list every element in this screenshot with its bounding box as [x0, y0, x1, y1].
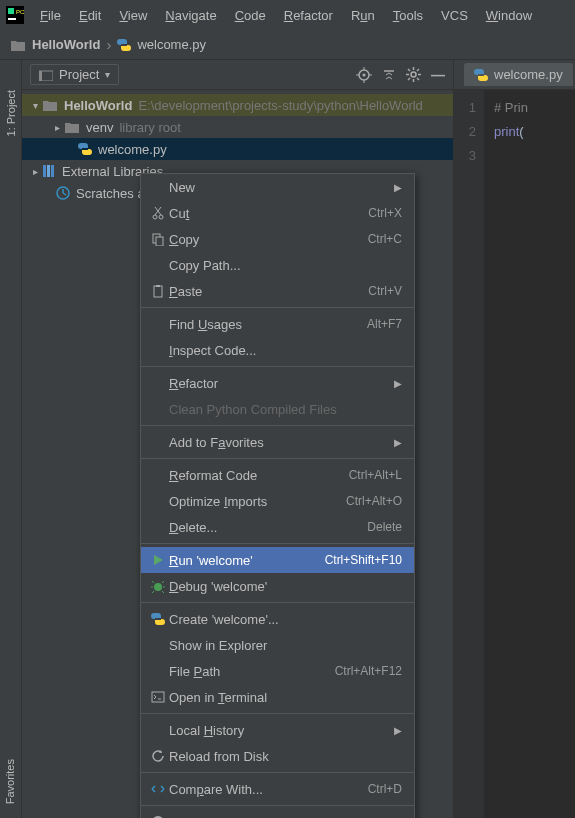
menu-vcs[interactable]: VCS: [433, 4, 476, 27]
menu-item-create-welcome[interactable]: Create 'welcome'...: [141, 606, 414, 632]
menu-code[interactable]: Code: [227, 4, 274, 27]
library-icon: [42, 164, 56, 178]
svg-line-18: [408, 69, 410, 71]
compare-icon: [147, 782, 169, 796]
svg-line-42: [162, 591, 164, 593]
menu-item-add-to-favorites[interactable]: Add to Favorites▶: [141, 429, 414, 455]
menu-item-paste[interactable]: PasteCtrl+V: [141, 278, 414, 304]
svg-point-7: [363, 73, 366, 76]
folder-icon: [64, 120, 80, 134]
menu-item-reload-from-disk[interactable]: Reload from Disk: [141, 743, 414, 769]
menu-window[interactable]: Window: [478, 4, 540, 27]
menu-item-label: Optimize Imports: [169, 494, 346, 509]
menu-item-run-welcome[interactable]: Run 'welcome'Ctrl+Shift+F10: [141, 547, 414, 573]
menu-item-label: Open in Terminal: [169, 690, 402, 705]
svg-rect-1: [8, 8, 14, 14]
menu-item-shortcut: Ctrl+V: [368, 284, 402, 298]
expand-arrow-icon[interactable]: ▾: [28, 100, 42, 111]
menu-item-compare-with[interactable]: Compare With...Ctrl+D: [141, 776, 414, 802]
tree-venv-node[interactable]: ▸ venv library root: [22, 116, 453, 138]
paste-icon: [147, 284, 169, 298]
menu-item-label: Paste: [169, 284, 368, 299]
menu-item-label: Compare With...: [169, 782, 368, 797]
svg-rect-22: [43, 165, 46, 177]
menu-tools[interactable]: Tools: [385, 4, 431, 27]
breadcrumb-file[interactable]: welcome.py: [137, 37, 206, 52]
pycharm-app-icon: PC: [6, 6, 24, 24]
menu-item-refactor[interactable]: Refactor▶: [141, 370, 414, 396]
locate-icon[interactable]: [356, 67, 372, 83]
tree-root-node[interactable]: ▾ HelloWorld E:\development\projects-stu…: [22, 94, 453, 116]
menu-separator: [141, 458, 414, 459]
menu-item-label: Copy Path...: [169, 258, 402, 273]
menu-view[interactable]: View: [111, 4, 155, 27]
chevron-right-icon: ›: [106, 36, 111, 53]
svg-line-20: [408, 78, 410, 80]
menu-file[interactable]: File: [32, 4, 69, 27]
menu-navigate[interactable]: Navigate: [157, 4, 224, 27]
menu-item-show-in-explorer[interactable]: Show in Explorer: [141, 632, 414, 658]
expand-arrow-icon[interactable]: ▸: [28, 166, 42, 177]
hide-panel-icon[interactable]: —: [431, 67, 445, 83]
menu-refactor[interactable]: Refactor: [276, 4, 341, 27]
menu-item-new[interactable]: New▶: [141, 174, 414, 200]
project-toolwindow-tab[interactable]: 1: Project: [5, 90, 17, 136]
svg-text:PC: PC: [16, 9, 24, 15]
menu-item-label: New: [169, 180, 394, 195]
python-file-icon: [117, 38, 131, 52]
menu-item-delete[interactable]: Delete...Delete: [141, 514, 414, 540]
menu-item-debug-welcome[interactable]: Debug 'welcome': [141, 573, 414, 599]
folder-icon: [10, 38, 26, 52]
folder-icon: [42, 98, 58, 112]
tree-file-node[interactable]: welcome.py: [22, 138, 453, 160]
collapse-all-icon[interactable]: [382, 68, 396, 82]
breadcrumb-folder[interactable]: HelloWorld: [32, 37, 100, 52]
menu-item-label: Create Gist...: [169, 815, 402, 819]
gear-icon[interactable]: [406, 67, 421, 82]
svg-line-19: [417, 78, 419, 80]
menu-item-create-gist[interactable]: Create Gist...: [141, 809, 414, 818]
svg-rect-35: [156, 285, 160, 287]
menu-item-cut[interactable]: CutCtrl+X: [141, 200, 414, 226]
menu-item-inspect-code[interactable]: Inspect Code...: [141, 337, 414, 363]
menu-item-find-usages[interactable]: Find UsagesAlt+F7: [141, 311, 414, 337]
project-panel-title: Project: [59, 67, 99, 82]
menu-item-reformat-code[interactable]: Reformat CodeCtrl+Alt+L: [141, 462, 414, 488]
menu-item-label: Clean Python Compiled Files: [169, 402, 402, 417]
menu-item-shortcut: Ctrl+Alt+O: [346, 494, 402, 508]
tree-venv-label: venv: [86, 120, 113, 135]
tree-file-label: welcome.py: [98, 142, 167, 157]
menu-item-label: Local History: [169, 723, 394, 738]
editor: welcome.py 1 2 3 # Prinprint(: [454, 60, 575, 818]
svg-rect-33: [156, 237, 163, 246]
svg-point-13: [411, 72, 416, 77]
editor-body[interactable]: 1 2 3 # Prinprint(: [454, 90, 575, 818]
copy-icon: [147, 232, 169, 246]
menu-item-shortcut: Ctrl+Alt+L: [349, 468, 402, 482]
menu-separator: [141, 425, 414, 426]
menu-item-local-history[interactable]: Local History▶: [141, 717, 414, 743]
menu-item-open-in-terminal[interactable]: Open in Terminal: [141, 684, 414, 710]
menu-item-label: Show in Explorer: [169, 638, 402, 653]
editor-tab-active[interactable]: welcome.py: [464, 63, 573, 86]
left-toolwindow-tabs: 1: Project: [0, 60, 22, 818]
favorites-toolwindow-tab[interactable]: Favorites: [0, 755, 20, 808]
expand-arrow-icon[interactable]: ▸: [50, 122, 64, 133]
menu-item-shortcut: Ctrl+Shift+F10: [325, 553, 402, 567]
svg-point-36: [154, 583, 162, 591]
menu-item-copy[interactable]: CopyCtrl+C: [141, 226, 414, 252]
menu-separator: [141, 805, 414, 806]
tree-venv-hint: library root: [119, 120, 180, 135]
reload-icon: [147, 749, 169, 763]
menu-item-label: Run 'welcome': [169, 553, 325, 568]
menu-edit[interactable]: Edit: [71, 4, 109, 27]
menu-separator: [141, 307, 414, 308]
menu-run[interactable]: Run: [343, 4, 383, 27]
menu-item-file-path[interactable]: File PathCtrl+Alt+F12: [141, 658, 414, 684]
svg-line-38: [162, 581, 164, 583]
project-view-selector[interactable]: Project ▾: [30, 64, 119, 85]
scratches-icon: [56, 186, 70, 200]
menu-item-copy-path[interactable]: Copy Path...: [141, 252, 414, 278]
editor-code[interactable]: # Prinprint(: [484, 90, 538, 818]
menu-item-optimize-imports[interactable]: Optimize ImportsCtrl+Alt+O: [141, 488, 414, 514]
